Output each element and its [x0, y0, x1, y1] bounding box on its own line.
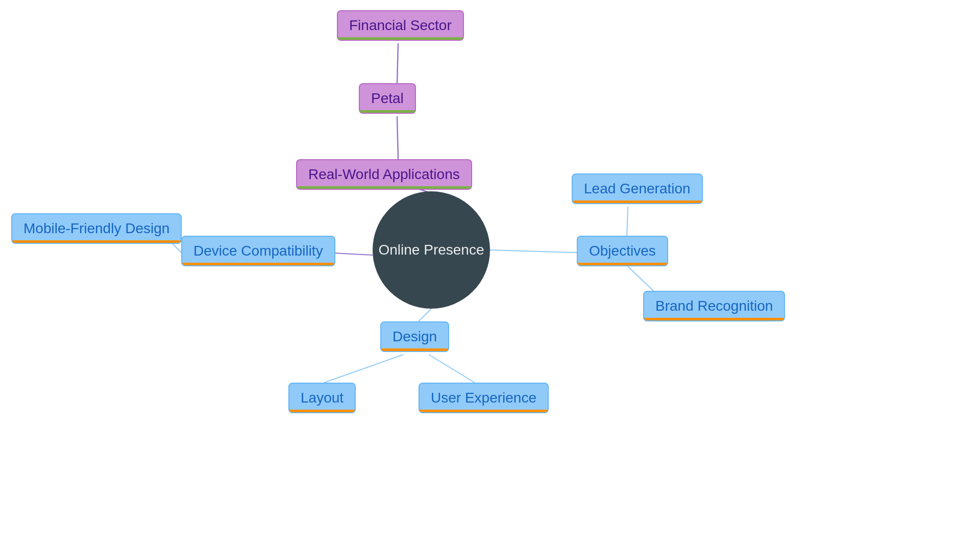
- node-user-experience[interactable]: User Experience: [419, 383, 549, 413]
- svg-line-5: [490, 250, 577, 253]
- node-brand-recognition-label: Brand Recognition: [655, 298, 773, 314]
- svg-line-1: [397, 116, 398, 159]
- node-lead-generation-box[interactable]: Lead Generation: [572, 173, 703, 204]
- node-mobile-friendly-design-label: Mobile-Friendly Design: [23, 220, 169, 236]
- node-petal-label: Petal: [371, 90, 404, 106]
- node-financial-sector-label: Financial Sector: [349, 17, 452, 33]
- node-mobile-friendly-design-box[interactable]: Mobile-Friendly Design: [11, 213, 182, 244]
- node-design-box[interactable]: Design: [380, 321, 449, 352]
- node-device-compatibility-label: Device Compatibility: [193, 243, 323, 259]
- node-layout[interactable]: Layout: [288, 383, 356, 413]
- node-lead-generation-label: Lead Generation: [584, 181, 691, 196]
- node-petal-box[interactable]: Petal: [359, 83, 416, 114]
- center-label: Online Presence: [378, 242, 484, 258]
- node-real-world-applications-box[interactable]: Real-World Applications: [296, 159, 472, 190]
- node-objectives-box[interactable]: Objectives: [577, 236, 668, 266]
- node-layout-box[interactable]: Layout: [288, 383, 356, 413]
- node-user-experience-box[interactable]: User Experience: [419, 383, 549, 413]
- svg-line-10: [429, 355, 475, 383]
- node-user-experience-label: User Experience: [431, 390, 536, 406]
- svg-line-6: [627, 207, 628, 240]
- connections-svg: [0, 0, 980, 551]
- node-device-compatibility[interactable]: Device Compatibility: [181, 236, 335, 266]
- node-layout-label: Layout: [301, 390, 344, 406]
- node-brand-recognition-box[interactable]: Brand Recognition: [643, 291, 785, 321]
- node-objectives-label: Objectives: [589, 243, 656, 259]
- node-design[interactable]: Design: [380, 321, 449, 352]
- node-financial-sector[interactable]: Financial Sector: [337, 10, 464, 41]
- node-real-world-applications[interactable]: Real-World Applications: [296, 159, 472, 190]
- center-node[interactable]: Online Presence: [373, 191, 490, 309]
- node-device-compatibility-box[interactable]: Device Compatibility: [181, 236, 335, 266]
- svg-line-9: [324, 355, 403, 383]
- svg-line-2: [397, 43, 398, 83]
- node-design-label: Design: [393, 329, 437, 344]
- node-lead-generation[interactable]: Lead Generation: [572, 173, 703, 204]
- svg-line-8: [419, 309, 431, 321]
- node-real-world-applications-label: Real-World Applications: [308, 166, 460, 182]
- node-brand-recognition[interactable]: Brand Recognition: [643, 291, 785, 321]
- node-petal[interactable]: Petal: [359, 83, 416, 114]
- node-objectives[interactable]: Objectives: [577, 236, 668, 266]
- svg-line-7: [627, 265, 653, 291]
- node-financial-sector-box[interactable]: Financial Sector: [337, 10, 464, 41]
- node-mobile-friendly-design[interactable]: Mobile-Friendly Design: [11, 213, 182, 244]
